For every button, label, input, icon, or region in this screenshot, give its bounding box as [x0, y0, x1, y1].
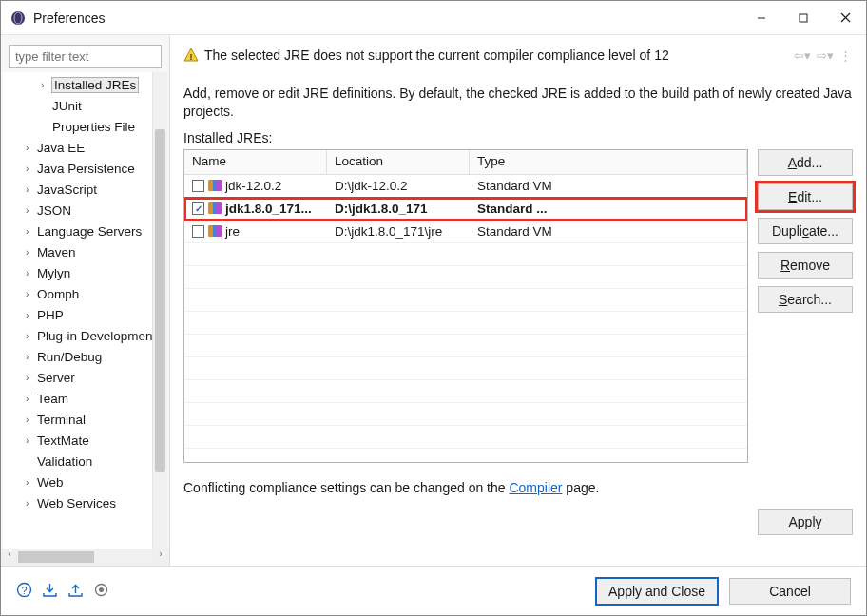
expand-arrow-icon[interactable]: ›	[26, 164, 37, 174]
jre-location: D:\jdk1.8.0_171	[327, 198, 470, 220]
record-icon[interactable]	[93, 582, 109, 601]
import-icon[interactable]	[42, 582, 58, 601]
scrollbar-thumb[interactable]	[155, 129, 165, 472]
preferences-tree[interactable]: ›Installed JREsJUnitProperties File›Java…	[3, 72, 167, 549]
tree-item-label: Properties File	[52, 120, 135, 134]
tree-vertical-scrollbar[interactable]	[152, 72, 167, 549]
nav-back-icon[interactable]: ⇦▾	[794, 48, 811, 63]
tree-item-web-services[interactable]: ›Web Services	[3, 492, 167, 513]
apply-button[interactable]: Apply	[758, 509, 853, 535]
expand-arrow-icon[interactable]: ›	[26, 414, 37, 425]
maximize-button[interactable]	[782, 4, 824, 32]
tree-item-terminal[interactable]: ›Terminal	[3, 409, 167, 430]
expand-arrow-icon[interactable]: ›	[26, 143, 37, 153]
jre-row[interactable]: ✓jdk1.8.0_171...D:\jdk1.8.0_171Standard …	[184, 198, 747, 221]
close-window-button[interactable]	[824, 4, 866, 32]
cancel-button[interactable]: Cancel	[729, 578, 851, 605]
jre-type: Standard ...	[470, 198, 747, 220]
minimize-button[interactable]	[741, 4, 782, 32]
expand-arrow-icon[interactable]: ›	[41, 80, 52, 90]
tree-item-label: Maven	[37, 245, 76, 260]
tree-horizontal-scrollbar[interactable]: ‹ ›	[1, 549, 169, 566]
jre-name: jdk-12.0.2	[225, 179, 281, 193]
jre-type: Standard VM	[470, 175, 747, 197]
expand-arrow-icon[interactable]: ›	[26, 310, 37, 320]
window-titlebar: Preferences	[1, 1, 866, 35]
jre-table[interactable]: Name Location Type jdk-12.0.2D:\jdk-12.0…	[183, 149, 748, 463]
tree-item-javascript[interactable]: ›JavaScript	[3, 179, 167, 200]
expand-arrow-icon[interactable]: ›	[26, 498, 37, 509]
expand-arrow-icon[interactable]: ›	[26, 477, 37, 488]
svg-text:!: !	[190, 52, 193, 62]
expand-arrow-icon[interactable]: ›	[26, 373, 37, 383]
tree-item-server[interactable]: ›Server	[3, 367, 167, 388]
expand-arrow-icon[interactable]: ›	[26, 331, 37, 341]
expand-arrow-icon[interactable]: ›	[26, 205, 37, 216]
tree-item-mylyn[interactable]: ›Mylyn	[3, 262, 167, 283]
jre-row[interactable]: jdk-12.0.2D:\jdk-12.0.2Standard VM	[184, 175, 747, 198]
tree-item-java-ee[interactable]: ›Java EE	[3, 137, 167, 158]
toolbar-menu-icon[interactable]: ⋮	[839, 48, 853, 63]
tree-item-installed-jres[interactable]: ›Installed JREs	[3, 74, 167, 95]
add-button[interactable]: Add...	[758, 149, 853, 176]
empty-row	[184, 449, 747, 463]
tree-item-json[interactable]: ›JSON	[3, 200, 167, 221]
tree-item-validation[interactable]: Validation	[3, 451, 167, 472]
col-header-type[interactable]: Type	[470, 150, 747, 175]
tree-item-web[interactable]: ›Web	[3, 472, 167, 492]
scroll-right-icon[interactable]: ›	[152, 549, 169, 566]
tree-item-language-servers[interactable]: ›Language Servers	[3, 221, 167, 241]
jre-checkbox[interactable]: ✓	[192, 202, 204, 215]
tree-item-java-persistence[interactable]: ›Java Persistence	[3, 158, 167, 179]
search-button[interactable]: Search...	[758, 286, 853, 313]
empty-row	[184, 335, 747, 357]
jre-checkbox[interactable]	[192, 180, 204, 192]
jre-checkbox[interactable]	[192, 225, 204, 238]
tree-item-oomph[interactable]: ›Oomph	[3, 283, 167, 304]
tree-item-php[interactable]: ›PHP	[3, 304, 167, 325]
tree-item-junit[interactable]: JUnit	[3, 95, 167, 116]
edit-button[interactable]: Edit...	[758, 183, 853, 210]
tree-item-team[interactable]: ›Team	[3, 388, 167, 409]
expand-arrow-icon[interactable]: ›	[26, 289, 37, 299]
empty-row	[184, 266, 747, 289]
nav-forward-icon[interactable]: ⇨▾	[817, 48, 834, 63]
tree-item-label: Validation	[37, 454, 92, 469]
empty-row	[184, 357, 747, 380]
help-icon[interactable]: ?	[16, 582, 32, 601]
tree-item-label: Java EE	[37, 141, 85, 155]
h-scrollbar-thumb[interactable]	[18, 551, 94, 563]
tree-item-label: JUnit	[52, 99, 82, 113]
duplicate-button[interactable]: Duplicate...	[758, 218, 853, 244]
tree-item-label: Team	[37, 392, 68, 406]
export-icon[interactable]	[67, 582, 84, 601]
tree-item-maven[interactable]: ›Maven	[3, 241, 167, 262]
tree-item-label: Language Servers	[37, 224, 142, 239]
tree-item-run-debug[interactable]: ›Run/Debug	[3, 346, 167, 367]
expand-arrow-icon[interactable]: ›	[26, 226, 37, 237]
eclipse-icon	[10, 10, 26, 26]
expand-arrow-icon[interactable]: ›	[26, 394, 37, 404]
expand-arrow-icon[interactable]: ›	[26, 184, 37, 195]
remove-button[interactable]: Remove	[758, 252, 853, 279]
scroll-left-icon[interactable]: ‹	[1, 549, 18, 566]
tree-item-textmate[interactable]: ›TextMate	[3, 430, 167, 451]
svg-point-11	[99, 587, 104, 592]
warning-text: The selected JRE does not support the cu…	[204, 48, 669, 63]
jre-type: Standard VM	[470, 221, 747, 242]
expand-arrow-icon[interactable]: ›	[26, 268, 37, 279]
expand-arrow-icon[interactable]: ›	[26, 247, 37, 258]
col-header-location[interactable]: Location	[327, 150, 470, 175]
apply-and-close-button[interactable]: Apply and Close	[596, 578, 718, 605]
jre-row[interactable]: jreD:\jdk1.8.0_171\jreStandard VM	[184, 221, 747, 243]
expand-arrow-icon[interactable]: ›	[26, 435, 37, 446]
expand-arrow-icon[interactable]: ›	[26, 352, 37, 362]
tree-item-label: Web Services	[37, 496, 116, 510]
filter-input[interactable]	[9, 45, 162, 68]
empty-row	[184, 403, 747, 426]
tree-item-properties-file[interactable]: Properties File	[3, 116, 167, 137]
compiler-link[interactable]: Compiler	[509, 480, 562, 495]
tree-item-plug-in-development[interactable]: ›Plug-in Development	[3, 325, 167, 346]
col-header-name[interactable]: Name	[184, 150, 327, 175]
tree-item-label: Oomph	[37, 287, 79, 301]
